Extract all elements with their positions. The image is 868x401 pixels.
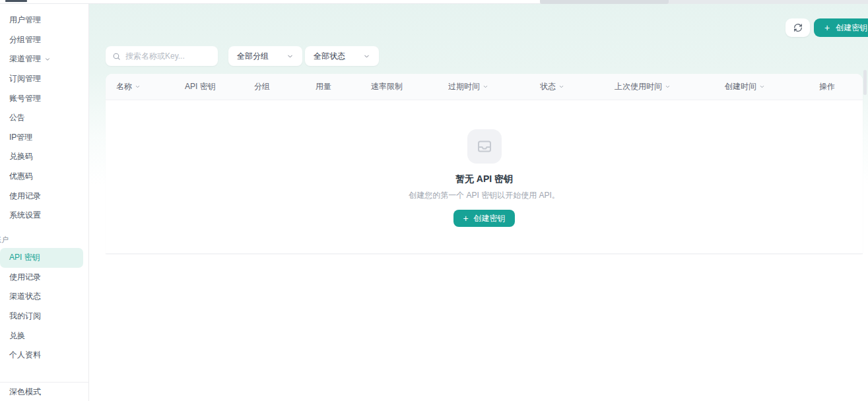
search-icon xyxy=(112,52,121,61)
top-strip-segment xyxy=(667,0,868,4)
sidebar-item-redeem-code[interactable]: 兑换码 xyxy=(0,147,89,167)
sort-chevron-icon xyxy=(483,84,488,90)
sidebar-item-usage-logs-admin[interactable]: 使用记录 xyxy=(0,186,89,206)
search-input[interactable] xyxy=(125,51,211,61)
sidebar-item-redeem[interactable]: 兑换 xyxy=(0,326,89,346)
api-keys-table-card: 名称 API 密钥 分组 用量 速率限制 过期时间 状态 上次使用时间 xyxy=(106,74,863,254)
sidebar: 用户管理 分组管理 渠道管理 订阅管理 账号管理 公告 IP管理 兑换码 优惠码… xyxy=(0,0,89,401)
column-header-status[interactable]: 状态 xyxy=(540,81,615,92)
sidebar-item-my-subscription[interactable]: 我的订阅 xyxy=(0,307,89,326)
column-header-api-key: API 密钥 xyxy=(185,81,254,92)
column-header-group: 分组 xyxy=(254,81,316,92)
sidebar-item-coupon-code[interactable]: 优惠码 xyxy=(0,167,89,187)
chevron-down-icon xyxy=(363,53,370,60)
create-key-button-empty[interactable]: + 创建密钥 xyxy=(453,210,514,227)
sidebar-footer: 深色模式 xyxy=(0,382,89,401)
empty-state: 暂无 API 密钥 创建您的第一个 API 密钥以开始使用 API。 + 创建密… xyxy=(106,100,863,254)
chevron-down-icon xyxy=(286,53,294,60)
empty-state-title: 暂无 API 密钥 xyxy=(455,173,513,185)
sort-chevron-icon xyxy=(558,84,564,90)
column-header-usage: 用量 xyxy=(316,81,371,92)
dark-mode-toggle[interactable]: 深色模式 xyxy=(0,383,89,401)
column-header-created-time[interactable]: 创建时间 xyxy=(725,81,819,92)
scrollbar-thumb[interactable] xyxy=(863,70,867,95)
column-header-name[interactable]: 名称 xyxy=(116,81,185,92)
sidebar-admin-group: 用户管理 分组管理 渠道管理 订阅管理 账号管理 公告 IP管理 兑换码 优惠码… xyxy=(0,11,89,226)
app-window: 用户管理 分组管理 渠道管理 订阅管理 账号管理 公告 IP管理 兑换码 优惠码… xyxy=(0,0,868,401)
main-content: + 创建密钥 全部分组 全部状态 名称 xyxy=(89,0,868,401)
plus-icon: + xyxy=(824,23,830,32)
sidebar-item-ip-management[interactable]: IP管理 xyxy=(0,128,89,148)
sidebar-item-user-management[interactable]: 用户管理 xyxy=(0,11,89,30)
column-header-rate-limit: 速率限制 xyxy=(371,81,448,92)
create-key-button-top[interactable]: + 创建密钥 xyxy=(814,18,868,37)
plus-icon: + xyxy=(463,214,468,223)
sidebar-item-channel-status[interactable]: 渠道状态 xyxy=(0,287,89,307)
top-strip xyxy=(0,0,868,4)
sort-chevron-icon xyxy=(759,84,765,90)
refresh-icon xyxy=(793,23,803,32)
column-header-actions: 操作 xyxy=(819,81,863,92)
sidebar-item-profile[interactable]: 个人资料 xyxy=(0,346,89,365)
sort-chevron-icon xyxy=(135,84,141,90)
sidebar-item-announcement[interactable]: 公告 xyxy=(0,108,89,128)
sidebar-item-usage-logs[interactable]: 使用记录 xyxy=(0,268,89,288)
sort-chevron-icon xyxy=(665,84,671,90)
sidebar-section-account: 账户 xyxy=(0,235,9,245)
sidebar-item-system-settings[interactable]: 系统设置 xyxy=(0,206,89,226)
sidebar-item-group-management[interactable]: 分组管理 xyxy=(0,30,89,50)
sidebar-item-subscription-management[interactable]: 订阅管理 xyxy=(0,69,89,89)
sidebar-user-group: API 密钥 使用记录 渠道状态 我的订阅 兑换 个人资料 xyxy=(0,248,89,365)
sidebar-item-channel-management[interactable]: 渠道管理 xyxy=(0,49,89,69)
refresh-button[interactable] xyxy=(785,18,810,37)
top-strip-tab-remnant xyxy=(540,0,669,4)
sidebar-item-account-management[interactable]: 账号管理 xyxy=(0,88,89,108)
empty-state-description: 创建您的第一个 API 密钥以开始使用 API。 xyxy=(409,190,560,201)
group-filter-dropdown[interactable]: 全部分组 xyxy=(228,46,302,66)
sidebar-item-api-keys[interactable]: API 密钥 xyxy=(0,248,83,268)
column-header-last-used[interactable]: 上次使用时间 xyxy=(615,81,725,92)
search-input-wrapper xyxy=(106,46,218,66)
status-filter-dropdown[interactable]: 全部状态 xyxy=(305,46,379,66)
chevron-down-icon xyxy=(44,56,51,63)
table-header-row: 名称 API 密钥 分组 用量 速率限制 过期时间 状态 上次使用时间 xyxy=(106,74,863,100)
inbox-icon xyxy=(467,129,502,164)
sidebar-clipped-item xyxy=(5,0,27,2)
column-header-expiry-time[interactable]: 过期时间 xyxy=(448,81,540,92)
